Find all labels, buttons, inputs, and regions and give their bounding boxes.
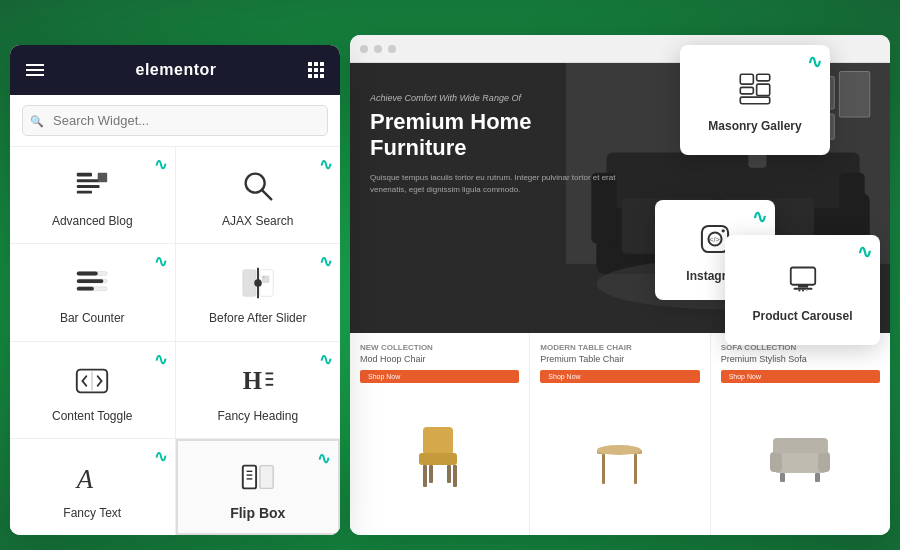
- ajax-search-icon: [238, 166, 278, 206]
- svg-rect-56: [770, 452, 782, 472]
- svg-point-16: [254, 280, 262, 288]
- browser-dot-yellow: [374, 45, 382, 53]
- product-carousel-label: Product Carousel: [752, 309, 852, 323]
- products-row: New Collection Mod Hoop Chair Shop Now: [350, 333, 890, 535]
- before-after-label: Before After Slider: [209, 311, 306, 325]
- browser-preview-area: Achieve Comfort With Wide Range Of Premi…: [320, 15, 890, 535]
- svg-rect-57: [818, 452, 830, 472]
- svg-rect-0: [77, 173, 92, 177]
- product-card-2: Modern Table Chair Premium Table Chair S…: [530, 333, 710, 535]
- widget-bar-counter[interactable]: ∿ Bar Counter: [10, 244, 175, 340]
- shop-btn-3[interactable]: Shop Now: [721, 370, 880, 383]
- sidebar-header: elementor: [10, 45, 340, 95]
- pro-badge-bar: ∿: [154, 252, 167, 271]
- svg-rect-50: [447, 465, 451, 483]
- svg-point-18: [263, 277, 265, 279]
- shop-btn-1[interactable]: Shop Now: [360, 370, 519, 383]
- svg-rect-27: [260, 465, 273, 488]
- pro-badge-ajax: ∿: [319, 155, 332, 174]
- widget-fancy-text[interactable]: ∿ A Fancy Text: [10, 439, 175, 535]
- svg-rect-4: [98, 173, 108, 183]
- hero-tagline: Achieve Comfort With Wide Range Of: [370, 93, 620, 103]
- pro-badge-toggle: ∿: [154, 350, 167, 369]
- product-card-3: Sofa Collection Premium Stylish Sofa Sho…: [711, 333, 890, 535]
- svg-text:H: H: [243, 366, 262, 393]
- pro-badge-ftext: ∿: [154, 447, 167, 466]
- svg-rect-65: [740, 74, 753, 84]
- svg-rect-36: [839, 173, 864, 244]
- pro-badge-before: ∿: [319, 252, 332, 271]
- svg-rect-71: [797, 285, 807, 288]
- svg-rect-59: [780, 473, 785, 482]
- app-title: elementor: [136, 61, 217, 79]
- svg-rect-49: [429, 465, 433, 483]
- carousel-pro-badge: ∿: [857, 243, 872, 261]
- svg-rect-13: [243, 270, 256, 297]
- svg-rect-26: [243, 465, 256, 488]
- instagram-pro-badge: ∿: [752, 208, 767, 226]
- product-carousel-floating-card[interactable]: ∿ Product Carousel: [725, 235, 880, 345]
- hamburger-menu[interactable]: [26, 64, 44, 76]
- browser-dot-red: [360, 45, 368, 53]
- svg-rect-10: [77, 280, 104, 284]
- content-toggle-label: Content Toggle: [52, 409, 133, 423]
- content-toggle-icon: [72, 361, 112, 401]
- search-input[interactable]: [22, 105, 328, 136]
- widget-ajax-search[interactable]: ∿ AJAX Search: [176, 147, 341, 243]
- pro-badge-flipbox: ∿: [317, 449, 330, 468]
- svg-rect-12: [77, 287, 94, 291]
- svg-rect-66: [757, 74, 770, 81]
- bar-counter-icon: [72, 263, 112, 303]
- svg-text:</>: </>: [709, 235, 720, 244]
- product-name-2: Premium Table Chair: [540, 354, 699, 364]
- elementor-sidebar: elementor ∿: [10, 45, 340, 535]
- fancy-heading-label: Fancy Heading: [217, 409, 298, 423]
- svg-rect-60: [815, 473, 820, 482]
- svg-point-75: [805, 289, 807, 291]
- svg-rect-17: [262, 276, 270, 284]
- advanced-blog-label: Advanced Blog: [52, 214, 133, 228]
- main-container: elementor ∿: [10, 15, 890, 535]
- search-wrapper: [22, 105, 328, 136]
- flip-box-label: Flip Box: [230, 505, 285, 521]
- masonry-gallery-icon: [733, 67, 777, 111]
- svg-point-63: [722, 229, 725, 232]
- hero-text: Achieve Comfort With Wide Range Of Premi…: [370, 93, 620, 208]
- flip-box-icon: [238, 457, 278, 497]
- product-img-3: [721, 389, 880, 525]
- product-name-1: Mod Hoop Chair: [360, 354, 519, 364]
- fancy-text-icon: A: [72, 458, 112, 498]
- svg-rect-47: [423, 465, 427, 487]
- product-collection-2: Modern Table Chair: [540, 343, 699, 352]
- browser-dot-green: [388, 45, 396, 53]
- widget-flip-box[interactable]: ∿ Flip Box: [176, 439, 341, 535]
- product-img-2: [540, 389, 699, 525]
- grid-menu-icon[interactable]: [308, 62, 324, 78]
- svg-point-73: [798, 289, 800, 291]
- svg-text:A: A: [75, 463, 94, 493]
- widget-before-after[interactable]: ∿ Before After Slider: [176, 244, 341, 340]
- pro-badge-fheading: ∿: [319, 350, 332, 369]
- svg-rect-70: [790, 267, 814, 284]
- svg-rect-68: [757, 84, 770, 95]
- hero-heading: Premium Home Furniture: [370, 109, 620, 162]
- svg-rect-52: [602, 454, 605, 484]
- masonry-floating-card[interactable]: ∿ Masonry Gallery: [680, 45, 830, 155]
- shop-btn-2[interactable]: Shop Now: [540, 370, 699, 383]
- widget-advanced-blog[interactable]: ∿ Advanced Blog: [10, 147, 175, 243]
- ajax-search-label: AJAX Search: [222, 214, 293, 228]
- svg-rect-8: [77, 272, 98, 276]
- svg-rect-46: [419, 453, 457, 465]
- svg-line-6: [262, 190, 272, 200]
- bar-counter-label: Bar Counter: [60, 311, 125, 325]
- svg-rect-1: [77, 179, 100, 182]
- advanced-blog-icon: [72, 166, 112, 206]
- widget-content-toggle[interactable]: ∿ Content Toggle: [10, 342, 175, 438]
- pro-badge: ∿: [154, 155, 167, 174]
- svg-rect-48: [453, 465, 457, 487]
- svg-rect-67: [740, 87, 753, 94]
- widget-fancy-heading[interactable]: ∿ H Fancy Heading: [176, 342, 341, 438]
- svg-rect-2: [77, 185, 100, 188]
- svg-point-74: [801, 289, 803, 291]
- product-collection-1: New Collection: [360, 343, 519, 352]
